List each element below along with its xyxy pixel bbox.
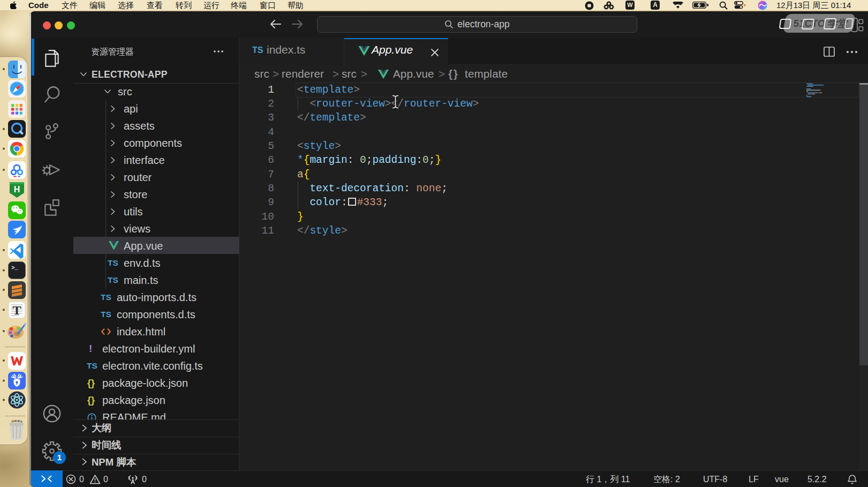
svg-text:T: T	[12, 303, 21, 317]
svg-text:>_: >_	[11, 265, 19, 271]
svg-text:H: H	[13, 185, 20, 194]
